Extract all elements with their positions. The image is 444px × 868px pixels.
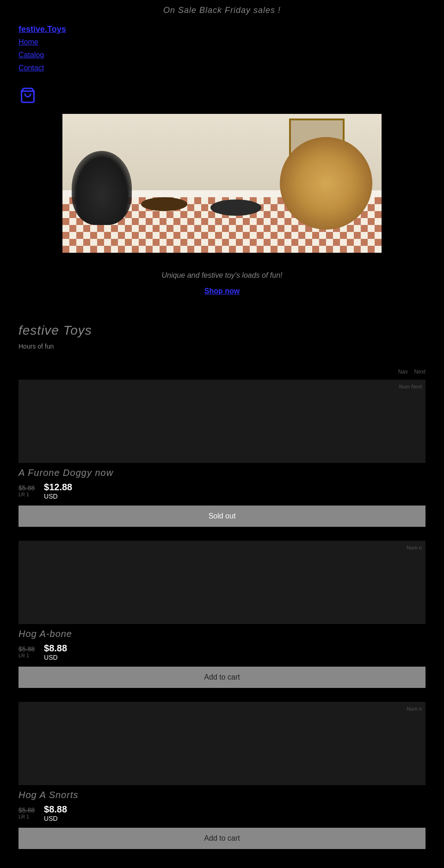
nav-link-contact[interactable]: Contact xyxy=(18,64,426,72)
product-new-price-2: $8.88 xyxy=(44,643,67,654)
section-subtitle: Hours of fun xyxy=(18,343,426,350)
product-pricing-2: $5.88 LR 1 $8.88 USD xyxy=(18,643,426,661)
cart-button[interactable] xyxy=(18,86,37,105)
product-image-2: Num n xyxy=(18,541,426,624)
product-new-price-3: $8.88 xyxy=(44,804,67,815)
product-new-currency-3: USD xyxy=(44,815,67,822)
product-old-price-col-1: $5.88 LR 1 xyxy=(18,484,35,497)
product-image-3: Num n xyxy=(18,702,426,785)
add-to-cart-button-3[interactable]: Add to cart xyxy=(18,828,426,849)
product-name-1: A Furone Doggy now xyxy=(18,468,426,478)
product-card-3: Num n Hog A Snorts $5.88 LR 1 $8.88 USD … xyxy=(18,702,426,849)
product-pricing-3: $5.88 LR 1 $8.88 USD xyxy=(18,804,426,822)
product-old-price-1: $5.88 xyxy=(18,484,35,492)
product-old-price-col-3: $5.88 LR 1 xyxy=(18,806,35,819)
product-new-price-1: $12.88 xyxy=(44,482,72,493)
product-old-price-2: $5.88 xyxy=(18,645,35,653)
product-old-price-col-2: $5.88 LR 1 xyxy=(18,645,35,658)
nav-link-catalog[interactable]: Catalog xyxy=(18,51,426,59)
product-card-1: Num Next A Furone Doggy now $5.88 LR 1 $… xyxy=(18,380,426,527)
product-pricing-1: $5.88 LR 1 $12.88 USD xyxy=(18,482,426,500)
festive-section: festive Toys Hours of fun xyxy=(0,305,444,368)
nav-links: Home Catalog Contact xyxy=(18,38,426,72)
product-old-price-3: $5.88 xyxy=(18,806,35,814)
product-new-currency-1: USD xyxy=(44,493,72,500)
tagline-section: Unique and festive toy's loads of fun! S… xyxy=(0,253,444,305)
nav-label-2: Next xyxy=(414,368,426,375)
product-old-currency-3: LR 1 xyxy=(18,814,35,819)
product-old-currency-1: LR 1 xyxy=(18,492,35,497)
cart-area xyxy=(0,77,444,114)
product-new-price-col-3: $8.88 USD xyxy=(44,804,67,822)
product-new-currency-2: USD xyxy=(44,654,67,661)
sold-out-button-1: Sold out xyxy=(18,506,426,527)
nav-label-1: Nav xyxy=(398,368,408,375)
nav-logo[interactable]: festive.Toys xyxy=(18,25,426,34)
section-nav-items: Nav Next xyxy=(398,368,426,375)
product-num-label-2: Num n xyxy=(407,544,422,551)
section-title: festive Toys xyxy=(18,323,426,338)
product-num-label-3: Num n xyxy=(407,706,422,712)
section-nav: Nav Next xyxy=(0,368,444,375)
product-num-label-1: Num Next xyxy=(399,383,422,390)
product-name-2: Hog A-bone xyxy=(18,629,426,639)
add-to-cart-button-2[interactable]: Add to cart xyxy=(18,667,426,688)
product-image-1: Num Next xyxy=(18,380,426,463)
tagline-text: Unique and festive toy's loads of fun! xyxy=(18,271,426,280)
product-old-currency-2: LR 1 xyxy=(18,653,35,658)
nav-link-home[interactable]: Home xyxy=(18,38,426,46)
hero-image xyxy=(62,114,382,253)
product-new-price-col-2: $8.88 USD xyxy=(44,643,67,661)
product-card-2: Num n Hog A-bone $5.88 LR 1 $8.88 USD Ad… xyxy=(18,541,426,688)
product-new-price-col-1: $12.88 USD xyxy=(44,482,72,500)
product-list: Num Next A Furone Doggy now $5.88 LR 1 $… xyxy=(0,380,444,849)
shop-now-button[interactable]: Shop now xyxy=(204,287,240,295)
navigation: festive.Toys Home Catalog Contact xyxy=(0,20,444,77)
product-name-3: Hog A Snorts xyxy=(18,790,426,800)
top-banner: On Sale Black Friday sales ! xyxy=(0,0,444,20)
